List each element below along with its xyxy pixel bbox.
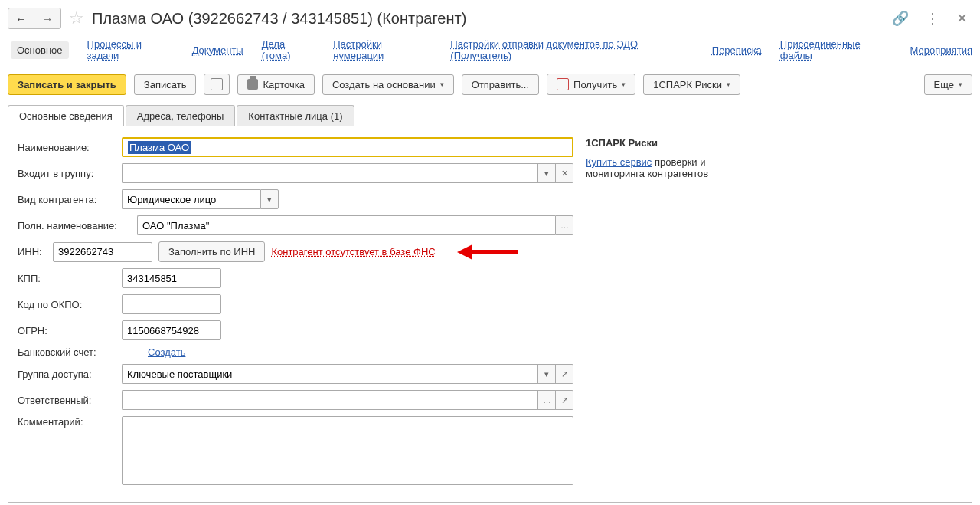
responsible-open-button[interactable]: ↗ <box>556 390 573 410</box>
buy-service-link[interactable]: Купить сервис <box>586 156 652 168</box>
close-icon[interactable]: ✕ <box>952 10 972 27</box>
tab-contacts[interactable]: Контактные лица (1) <box>237 105 354 126</box>
name-label: Наименование: <box>18 142 116 153</box>
print-icon <box>247 79 258 90</box>
bank-create-link[interactable]: Создать <box>148 346 185 358</box>
favorite-star-icon[interactable]: ☆ <box>69 8 84 28</box>
topnav-attached[interactable]: Присоединенные файлы <box>780 38 892 61</box>
side-heading: 1СПАРК Риски <box>586 137 739 149</box>
type-label: Вид контрагента: <box>18 194 116 205</box>
send-button[interactable]: Отправить... <box>462 74 539 95</box>
annotation-arrow <box>457 244 518 260</box>
fullname-field[interactable] <box>137 215 555 235</box>
link-icon[interactable]: 🔗 <box>887 10 913 27</box>
save-close-button[interactable]: Записать и закрыть <box>8 74 126 95</box>
access-group-open-button[interactable]: ↗ <box>556 364 573 384</box>
responsible-pick-button[interactable]: … <box>537 390 556 410</box>
ogrn-field[interactable] <box>122 320 221 340</box>
responsible-label: Ответственный: <box>18 395 116 406</box>
page-title: Плазма ОАО (3922662743 / 343145851) (Кон… <box>92 10 466 28</box>
more-vert-icon[interactable]: ⋮ <box>921 10 944 27</box>
group-field[interactable] <box>122 163 537 183</box>
responsible-field[interactable] <box>122 390 537 410</box>
topnav-correspondence[interactable]: Переписка <box>712 44 762 56</box>
name-field[interactable]: Плазма ОАО <box>122 137 573 157</box>
chevron-down-icon: ▾ <box>440 80 444 88</box>
nav-arrows: ← → <box>8 8 61 29</box>
type-field[interactable] <box>122 189 260 209</box>
back-button[interactable]: ← <box>8 8 34 28</box>
group-dropdown-button[interactable]: ▾ <box>537 163 556 183</box>
more-button[interactable]: Еще ▾ <box>924 74 972 95</box>
group-clear-button[interactable]: ✕ <box>556 163 573 183</box>
group-label: Входит в группу: <box>18 168 116 179</box>
chevron-down-icon: ▾ <box>959 80 962 88</box>
access-group-dropdown-button[interactable]: ▾ <box>537 364 556 384</box>
arrow-head-icon <box>457 244 472 260</box>
ogrn-label: ОГРН: <box>18 325 116 336</box>
receive-icon <box>557 78 569 90</box>
topnav-documents[interactable]: Документы <box>192 44 243 56</box>
card-button[interactable]: Карточка <box>237 74 314 95</box>
topnav-main[interactable]: Основное <box>11 41 69 59</box>
side-text: Купить сервис проверки и мониторинга кон… <box>586 156 739 179</box>
fullname-open-button[interactable]: … <box>555 215 573 235</box>
save-button[interactable]: Записать <box>134 74 197 95</box>
attach-icon <box>211 78 223 90</box>
topnav-processes[interactable]: Процессы и задачи <box>87 38 174 61</box>
create-based-button[interactable]: Создать на основании ▾ <box>322 74 454 95</box>
type-dropdown-button[interactable]: ▾ <box>260 189 279 209</box>
okpo-label: Код по ОКПО: <box>18 299 116 310</box>
kpp-label: КПП: <box>18 273 116 284</box>
comment-field[interactable] <box>122 416 573 485</box>
kpp-field[interactable] <box>122 268 221 288</box>
fill-by-inn-button[interactable]: Заполнить по ИНН <box>158 241 265 262</box>
topnav-numbering[interactable]: Настройки нумерации <box>333 38 432 61</box>
tab-general[interactable]: Основные сведения <box>8 105 124 126</box>
inn-label: ИНН: <box>18 246 47 257</box>
topnav-events[interactable]: Мероприятия <box>910 44 973 56</box>
chevron-down-icon: ▾ <box>727 80 730 88</box>
tab-addresses[interactable]: Адреса, телефоны <box>126 105 236 126</box>
topnav-cases[interactable]: Дела (тома) <box>262 38 315 61</box>
spark-button[interactable]: 1СПАРК Риски ▾ <box>643 74 740 95</box>
comment-label: Комментарий: <box>18 416 116 428</box>
fns-error-link[interactable]: Контрагент отсутствует в базе ФНС <box>271 246 435 257</box>
access-group-field[interactable] <box>122 364 537 384</box>
okpo-field[interactable] <box>122 294 221 314</box>
name-value-selected: Плазма ОАО <box>128 141 191 154</box>
attach-icon-button[interactable] <box>204 74 230 95</box>
fullname-label: Полн. наименование: <box>18 220 131 231</box>
forward-button[interactable]: → <box>34 8 60 28</box>
arrow-line-icon <box>472 250 518 254</box>
access-group-label: Группа доступа: <box>18 369 116 380</box>
bank-label: Банковский счет: <box>18 346 116 358</box>
inn-field[interactable] <box>53 242 152 262</box>
topnav-edo[interactable]: Настройки отправки документов по ЭДО (По… <box>450 38 693 61</box>
chevron-down-icon: ▾ <box>622 80 626 88</box>
receive-button[interactable]: Получить ▾ <box>547 74 635 95</box>
